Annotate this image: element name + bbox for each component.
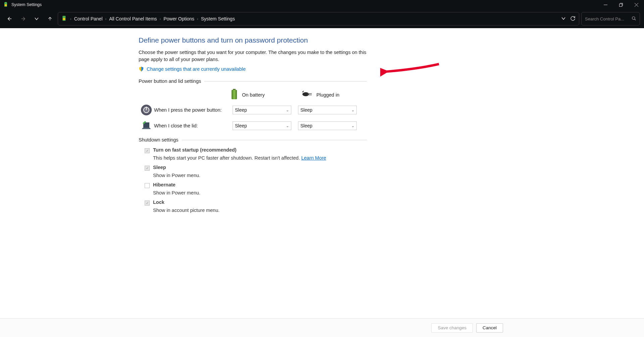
svg-rect-11 (233, 89, 236, 90)
lock-label: Lock (153, 200, 164, 205)
chevron-down-icon: ⌄ (286, 124, 289, 128)
sleep-label: Sleep (153, 165, 166, 170)
change-settings-link[interactable]: Change settings that are currently unava… (147, 66, 246, 72)
search-box[interactable] (581, 12, 640, 25)
col-battery-label: On battery (242, 92, 265, 98)
breadcrumb-power-options[interactable]: Power Options (163, 16, 194, 21)
maximize-button[interactable] (613, 0, 629, 9)
dropdown-button[interactable] (561, 16, 565, 21)
chevron-down-icon: ⌄ (286, 108, 289, 112)
breadcrumb-control-panel[interactable]: Control Panel (74, 16, 103, 21)
lid-battery-select[interactable]: Sleep⌄ (233, 121, 291, 130)
search-icon[interactable] (632, 16, 636, 22)
svg-rect-4 (619, 4, 622, 6)
section-power-button: Power button and lid settings (139, 78, 201, 84)
title-bar: System Settings (0, 0, 644, 9)
content-area: Define power buttons and turn on passwor… (0, 28, 644, 318)
svg-line-10 (635, 19, 636, 20)
press-plugged-select[interactable]: Sleep⌄ (298, 106, 357, 114)
section-shutdown: Shutdown settings (139, 137, 179, 143)
nav-bar: › Control Panel › All Control Panel Item… (0, 9, 644, 28)
chevron-down-icon: ⌄ (351, 124, 354, 128)
svg-rect-1 (5, 2, 7, 3)
recent-button[interactable] (31, 13, 42, 24)
save-button: Save changes (431, 323, 473, 333)
learn-more-link[interactable]: Learn More (301, 155, 326, 161)
hibernate-label: Hibernate (153, 182, 176, 187)
chevron-right-icon[interactable]: › (197, 17, 198, 21)
svg-rect-2 (5, 4, 7, 6)
up-button[interactable] (44, 13, 56, 24)
lid-icon (139, 121, 154, 130)
svg-point-13 (302, 92, 309, 96)
app-icon (3, 2, 9, 7)
command-bar: Save changes Cancel (0, 318, 644, 337)
search-input[interactable] (585, 16, 632, 21)
row-lid-label: When I close the lid: (154, 123, 233, 128)
back-button[interactable] (4, 13, 15, 24)
refresh-button[interactable] (570, 16, 576, 22)
col-plugged-label: Plugged in (316, 92, 340, 98)
divider (182, 140, 367, 140)
chevron-right-icon[interactable]: › (70, 17, 71, 21)
svg-rect-15 (308, 95, 312, 95)
sleep-checkbox: ✓ (145, 166, 150, 171)
row-press-label: When I press the power button: (154, 107, 233, 113)
svg-point-9 (632, 16, 635, 19)
chevron-down-icon: ⌄ (351, 108, 354, 112)
fast-startup-label: Turn on fast startup (recommended) (153, 147, 237, 153)
control-panel-icon (61, 15, 67, 22)
power-button-icon (139, 104, 154, 116)
close-button[interactable] (629, 0, 644, 9)
fast-startup-desc: This helps start your PC faster after sh… (153, 155, 367, 161)
sleep-desc: Show in Power menu. (153, 173, 367, 178)
lock-desc: Show in account picture menu. (153, 208, 367, 213)
breadcrumb-system-settings[interactable]: System Settings (201, 16, 235, 21)
hibernate-checkbox (145, 183, 150, 188)
lock-checkbox: ✓ (145, 201, 150, 206)
press-battery-select[interactable]: Sleep⌄ (233, 106, 291, 114)
page-description: Choose the power settings that you want … (139, 49, 367, 63)
svg-rect-8 (63, 18, 65, 20)
hibernate-desc: Show in Power menu. (153, 190, 367, 195)
battery-icon (230, 89, 239, 101)
forward-button[interactable] (17, 13, 29, 24)
annotation-arrow (380, 62, 441, 79)
minimize-button[interactable] (598, 0, 613, 9)
svg-rect-12 (232, 90, 237, 99)
lid-plugged-select[interactable]: Sleep⌄ (298, 121, 357, 130)
divider (204, 81, 367, 81)
svg-rect-14 (308, 93, 312, 94)
cancel-button[interactable]: Cancel (476, 323, 503, 333)
plug-icon (302, 91, 313, 99)
address-bar[interactable]: › Control Panel › All Control Panel Item… (58, 12, 579, 25)
fast-startup-checkbox: ✓ (145, 148, 150, 153)
breadcrumb-all-items[interactable]: All Control Panel Items (109, 16, 157, 21)
shield-icon (139, 66, 144, 72)
page-title: Define power buttons and turn on passwor… (139, 36, 367, 44)
chevron-right-icon[interactable]: › (160, 17, 161, 21)
chevron-right-icon[interactable]: › (105, 17, 107, 21)
window-title: System Settings (11, 2, 42, 7)
